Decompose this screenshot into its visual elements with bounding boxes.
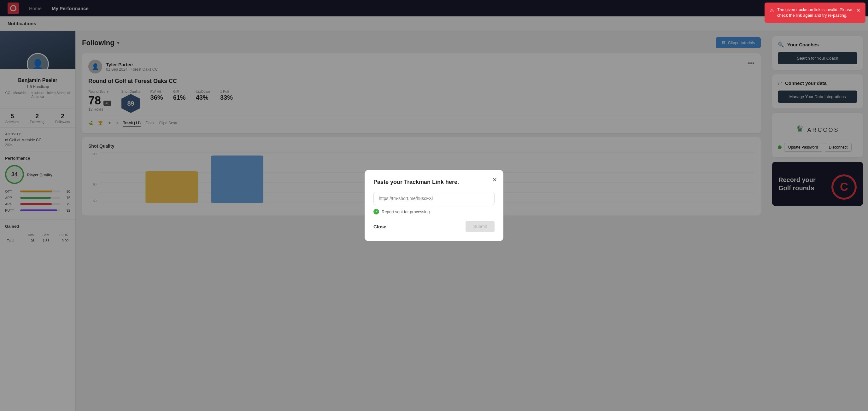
success-check-icon: ✓ — [373, 209, 379, 215]
toast-close-btn[interactable]: ✕ — [856, 7, 861, 14]
toast-warning-icon: ⚠ — [770, 7, 774, 14]
modal-close-button[interactable]: Close — [373, 224, 386, 229]
modal-success-message: ✓ Report sent for processing — [373, 209, 495, 215]
modal-overlay[interactable]: Paste your Trackman Link here. ✕ ✓ Repor… — [0, 0, 868, 411]
success-text: Report sent for processing — [382, 210, 430, 214]
trackman-modal: Paste your Trackman Link here. ✕ ✓ Repor… — [365, 170, 503, 241]
modal-submit-button[interactable]: Submit — [466, 221, 495, 232]
modal-title: Paste your Trackman Link here. — [373, 179, 495, 186]
trackman-url-input[interactable] — [373, 192, 495, 205]
modal-close-icon[interactable]: ✕ — [492, 176, 497, 183]
modal-actions: Close Submit — [373, 221, 495, 232]
toast-message: The given trackman link is invalid. Plea… — [777, 7, 853, 18]
error-toast: ⚠ The given trackman link is invalid. Pl… — [765, 2, 866, 23]
